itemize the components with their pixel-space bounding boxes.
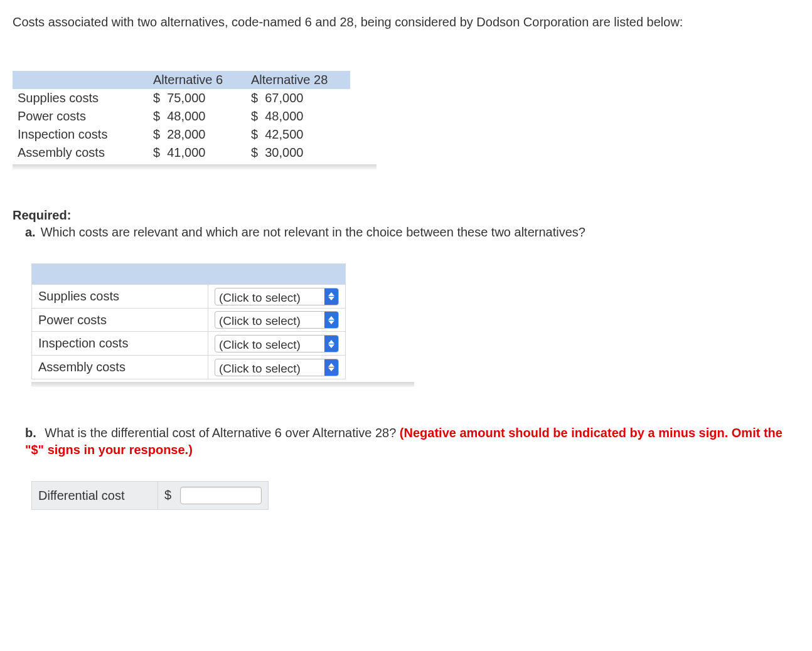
amount: 48,000 [167,109,205,123]
currency-symbol: $ [251,109,258,123]
costs-header-blank [13,71,148,89]
row-label: Supplies costs [13,89,148,107]
relevance-select-assembly[interactable]: (Click to select) [215,359,339,376]
table-row: Supplies costs $ 75,000 $ 67,000 [13,89,350,107]
row-label: Supplies costs [32,285,208,309]
chevron-updown-icon [324,312,338,328]
row-label: Power costs [32,308,208,332]
amount: 41,000 [167,146,205,159]
table-row: Inspection costs $ 28,000 $ 42,500 [13,125,350,144]
required-label: Required: [13,207,799,224]
row-label: Assembly costs [13,144,148,162]
amount: 75,000 [167,91,205,105]
row-label: Inspection costs [32,332,208,356]
row-label: Assembly costs [32,356,208,379]
select-placeholder: (Click to select) [215,359,324,376]
chevron-updown-icon [324,336,338,352]
table-row: Power costs $ 48,000 $ 48,000 [13,107,350,125]
amount: 28,000 [167,127,205,141]
differential-cost-table: Differential cost $ [31,481,269,511]
currency-symbol: $ [251,146,258,159]
table-shadow [13,164,377,169]
select-placeholder: (Click to select) [215,288,324,305]
diff-label: Differential cost [32,481,158,510]
costs-header-alt28: Alternative 28 [246,71,350,89]
table-row: Power costs (Click to select) [32,308,346,332]
table-row: Assembly costs (Click to select) [32,356,346,379]
select-placeholder: (Click to select) [215,336,324,352]
currency-symbol: $ [164,488,171,502]
row-label: Inspection costs [13,125,148,144]
select-placeholder: (Click to select) [215,312,324,328]
amount: 48,000 [265,109,303,123]
relevance-select-power[interactable]: (Click to select) [215,311,339,329]
chevron-updown-icon [324,359,338,376]
currency-symbol: $ [251,127,258,141]
question-intro: Costs associated with two alternatives, … [13,14,799,31]
currency-symbol: $ [153,127,160,141]
question-a: Which costs are relevant and which are n… [25,224,799,241]
relevance-select-supplies[interactable]: (Click to select) [215,288,339,305]
relevance-select-inspection[interactable]: (Click to select) [215,335,339,352]
amount: 30,000 [265,146,303,159]
question-a-text: Which costs are relevant and which are n… [41,225,585,239]
costs-table: Alternative 6 Alternative 28 Supplies co… [13,71,350,162]
currency-symbol: $ [153,146,160,159]
table-shadow [31,382,414,387]
costs-header-alt6: Alternative 6 [148,71,246,89]
relevance-select-table: Supplies costs (Click to select) Power c… [31,263,346,379]
question-b: What is the differential cost of Alterna… [25,425,799,458]
currency-symbol: $ [251,91,258,105]
row-label: Power costs [13,107,148,125]
table-row: Inspection costs (Click to select) [32,332,346,356]
table-row: Supplies costs (Click to select) [32,285,346,309]
currency-symbol: $ [153,91,160,105]
select-table-header [32,264,346,285]
question-b-text: What is the differential cost of Alterna… [45,426,400,440]
amount: 42,500 [265,127,303,141]
amount: 67,000 [265,91,303,105]
table-row: Assembly costs $ 41,000 $ 30,000 [13,144,350,162]
currency-symbol: $ [153,109,160,123]
differential-cost-input[interactable] [180,487,262,504]
chevron-updown-icon [324,288,338,305]
